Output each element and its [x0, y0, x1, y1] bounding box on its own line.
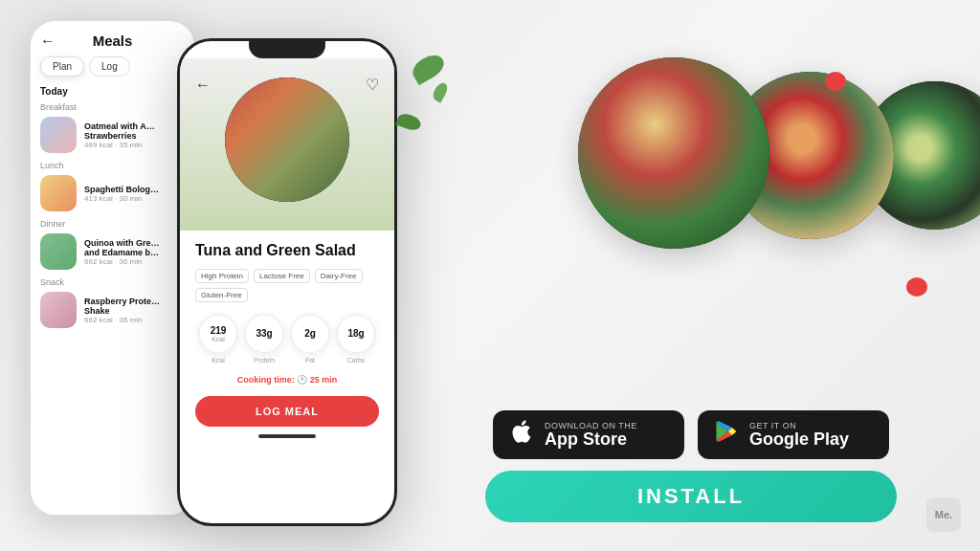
phone-right: ← ♡ Tuna and Green Salad High Protein La… [177, 38, 397, 526]
tomato-decoration-2 [906, 277, 927, 297]
meal-meta-3: 662 kcal · 36 min [84, 257, 185, 266]
stat-value-carbs: 18g [347, 329, 364, 339]
recipe-content: Tuna and Green Salad High Protein Lactos… [180, 231, 394, 450]
stat-label-protein: Protein [244, 357, 284, 364]
google-play-text: GET IT ON Google Play [749, 421, 849, 450]
meal-item-2[interactable]: Spaghetti Bolog… 413 kcal · 30 min [40, 175, 185, 211]
stat-circle-fat: 2g [290, 314, 330, 354]
meal-info-3: Quinoa with Gre… and Edamame b… 662 kcal… [84, 238, 185, 266]
stat-label-carbs: Carbs [336, 357, 376, 364]
log-meal-button[interactable]: LOG MEAL [195, 396, 379, 427]
bowl-food-visual-1 [578, 57, 769, 249]
app-store-name: App Store [545, 430, 637, 450]
heart-icon[interactable]: ♡ [366, 76, 379, 94]
tag-dairy-free: Dairy-Free [315, 269, 363, 283]
cooking-time-value: 25 min [310, 375, 338, 385]
dinner-label: Dinner [40, 219, 185, 229]
meal-item-3[interactable]: Quinoa with Gre… and Edamame b… 662 kcal… [40, 233, 185, 270]
stat-unit-kcal: Kcal [212, 336, 225, 342]
meal-info-4: Raspberry Prote… Shake 662 kcal · 36 min [84, 297, 185, 324]
stat-carbs: 18g Carbs [336, 314, 376, 364]
phone-left: ← Meals Plan Log Today Breakfast Oatmeal… [29, 19, 196, 517]
meal-name-5: and Edamame b… [84, 248, 185, 257]
food-bowl-1 [578, 57, 769, 249]
snack-label: Snack [40, 277, 185, 287]
meal-item[interactable]: Oatmeal with A… Strawberries 489 kcal · … [40, 117, 185, 153]
meal-name-3: Spaghetti Bolog… [84, 185, 185, 194]
tag-lactose-free: Lactose Free [254, 269, 310, 283]
apple-icon [508, 418, 535, 452]
meal-info: Oatmeal with A… Strawberries 489 kcal · … [84, 121, 185, 149]
tab-bar: Plan Log [40, 56, 185, 77]
tab-log[interactable]: Log [89, 56, 130, 77]
phone-bottom-bar [258, 434, 316, 438]
meal-name: Oatmeal with A… [84, 121, 185, 131]
bottom-section: Download on the App Store GET IT ON Goog… [431, 410, 951, 522]
stat-circle-protein: 33g [244, 314, 284, 354]
today-label: Today [40, 86, 185, 97]
meal-name-2: Strawberries [84, 131, 185, 141]
lunch-label: Lunch [40, 161, 185, 170]
meal-meta: 489 kcal · 35 min [84, 141, 185, 149]
stat-fat: 2g Fat [290, 314, 330, 364]
back-icon-right[interactable]: ← [195, 77, 211, 94]
meal-item-4[interactable]: Raspberry Prote… Shake 662 kcal · 36 min [40, 292, 185, 328]
stat-label-kcal: Kcal [198, 357, 238, 364]
tag-gluten-free: Gluten-Free [195, 288, 248, 302]
google-play-icon [713, 418, 740, 452]
store-buttons: Download on the App Store GET IT ON Goog… [493, 410, 889, 459]
stat-value-kcal: 219 [211, 326, 227, 336]
stat-protein: 33g Protein [244, 314, 284, 364]
breakfast-label: Breakfast [40, 102, 185, 112]
tag-high-protein: High Protein [195, 269, 249, 283]
recipe-stats: 219 Kcal Kcal 33g Protein 2g Fat 18g [195, 314, 379, 364]
google-play-name: Google Play [749, 430, 849, 450]
food-image: ← ♡ [180, 58, 394, 231]
stat-value-fat: 2g [304, 329, 316, 339]
cooking-time-label: Cooking time: [237, 375, 295, 385]
back-icon-left[interactable]: ← [40, 33, 56, 50]
meal-thumbnail-2 [40, 175, 77, 211]
tab-plan[interactable]: Plan [40, 56, 84, 77]
meal-info-2: Spaghetti Bolog… 413 kcal · 30 min [84, 185, 185, 203]
phone-notch [249, 41, 325, 58]
meal-meta-2: 413 kcal · 30 min [84, 194, 185, 203]
recipe-tags: High Protein Lactose Free Dairy-Free Glu… [195, 269, 379, 302]
google-play-button[interactable]: GET IT ON Google Play [698, 410, 889, 459]
install-button[interactable]: INSTALL [485, 471, 897, 522]
app-store-text: Download on the App Store [545, 421, 637, 450]
meal-thumbnail-3 [40, 233, 77, 270]
meal-thumbnail [40, 117, 77, 153]
meal-name-4: Quinoa with Gre… [84, 238, 185, 248]
meal-name-6: Raspberry Prote… [84, 297, 185, 306]
phone-left-title: Meals [93, 33, 133, 49]
stat-label-fat: Fat [290, 357, 330, 364]
stat-circle-carbs: 18g [336, 314, 376, 354]
stat-kcal: 219 Kcal Kcal [198, 314, 238, 364]
plate-food [225, 77, 349, 202]
phone-left-header: ← Meals [40, 33, 185, 49]
meal-meta-4: 662 kcal · 36 min [84, 316, 185, 324]
stat-circle-kcal: 219 Kcal [198, 314, 238, 354]
stat-value-protein: 33g [256, 329, 272, 339]
app-store-button[interactable]: Download on the App Store [493, 410, 684, 459]
meal-name-7: Shake [84, 306, 185, 316]
phone-right-header: ← ♡ [180, 76, 394, 94]
logo-badge: Me. [926, 497, 961, 532]
recipe-title: Tuna and Green Salad [195, 242, 379, 259]
cooking-time: Cooking time: 🕐 25 min [195, 375, 379, 385]
plate [225, 77, 349, 202]
tomato-decoration-1 [825, 72, 846, 91]
meal-thumbnail-4 [40, 292, 77, 328]
